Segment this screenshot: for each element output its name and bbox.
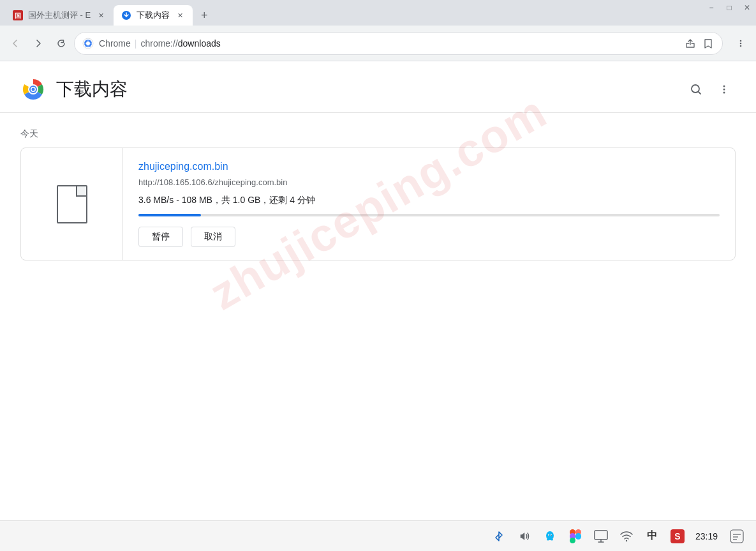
download-filename-link[interactable]: zhujiceping.com.bin: [138, 161, 720, 172]
new-tab-button[interactable]: +: [195, 6, 213, 24]
svg-point-32: [626, 540, 627, 541]
tab1-favicon: 国: [13, 10, 23, 20]
bookmark-button[interactable]: [702, 37, 715, 50]
title-bar: 国 国外主机测评 - E ✕ 下载内容 ✕ + − □ ✕: [0, 0, 756, 26]
page-header: 下载内容: [0, 61, 756, 113]
download-status: 3.6 MB/s - 108 MB，共 1.0 GB，还剩 4 分钟: [138, 195, 720, 206]
svg-point-19: [547, 538, 549, 540]
tab2-close-btn[interactable]: ✕: [175, 10, 185, 20]
svg-point-21: [547, 532, 553, 539]
download-actions: 暂停 取消: [138, 227, 720, 247]
svg-point-8: [740, 45, 742, 47]
forward-button[interactable]: [28, 33, 48, 54]
svg-point-16: [723, 89, 725, 91]
download-url: http://108.165.106.6/zhujiceping.com.bin: [138, 177, 720, 187]
svg-point-17: [723, 92, 725, 94]
sogou-icon[interactable]: S: [670, 529, 685, 544]
notification-center-button[interactable]: [728, 527, 746, 545]
page-title-area: 下载内容: [20, 77, 128, 102]
app-name: Chrome: [99, 38, 131, 49]
svg-point-24: [549, 534, 549, 535]
svg-point-20: [551, 538, 553, 540]
chinese-input-icon[interactable]: 中: [644, 529, 660, 544]
tab1-title: 国外主机测评 - E: [28, 10, 91, 21]
chrome-logo-icon: [20, 77, 46, 102]
progress-bar-fill: [138, 214, 201, 216]
pause-button[interactable]: 暂停: [138, 227, 183, 247]
svg-rect-35: [730, 530, 743, 543]
address-text: Chrome|chrome://downloads: [99, 38, 679, 49]
site-security-icon: [82, 38, 94, 49]
volume-icon[interactable]: [517, 529, 532, 544]
close-button[interactable]: ✕: [743, 4, 751, 11]
section-today-label: 今天: [20, 128, 736, 140]
page-title: 下载内容: [56, 77, 128, 102]
tab1-close-btn[interactable]: ✕: [96, 10, 106, 20]
system-clock: 23:19: [695, 531, 718, 541]
download-item-card: zhujiceping.com.bin http://108.165.106.6…: [20, 147, 736, 260]
minimize-button[interactable]: −: [708, 4, 715, 11]
cancel-button[interactable]: 取消: [191, 227, 235, 247]
tab2-title: 下载内容: [137, 10, 170, 21]
taskbar: 中 S 23:19: [0, 520, 756, 551]
svg-point-15: [723, 86, 725, 87]
svg-point-13: [32, 88, 35, 91]
svg-text:S: S: [674, 531, 680, 541]
address-bar[interactable]: Chrome|chrome://downloads: [74, 32, 723, 55]
svg-rect-31: [595, 531, 607, 540]
tab-inactive[interactable]: 国 国外主机测评 - E ✕: [5, 5, 114, 26]
svg-rect-29: [575, 533, 581, 540]
file-icon: [57, 185, 87, 223]
display-icon[interactable]: [593, 529, 609, 544]
figma-icon[interactable]: [568, 529, 583, 544]
chrome-menu-button[interactable]: [730, 33, 751, 54]
wifi-icon[interactable]: [619, 529, 634, 544]
svg-text:国: 国: [15, 12, 21, 19]
download-details: zhujiceping.com.bin http://108.165.106.6…: [123, 148, 735, 260]
svg-point-7: [740, 42, 742, 44]
download-file-icon-area: [21, 148, 123, 260]
svg-point-6: [740, 40, 742, 42]
qq-icon[interactable]: [542, 529, 558, 544]
svg-point-14: [692, 85, 699, 93]
share-button[interactable]: [684, 37, 697, 50]
bluetooth-icon[interactable]: [491, 529, 507, 544]
main-content: 下载内容 zhujiceping.com 今天: [0, 61, 756, 520]
header-actions: [685, 78, 736, 101]
svg-point-25: [551, 534, 552, 535]
downloads-menu-button[interactable]: [713, 78, 736, 101]
url-protocol: chrome://: [140, 38, 177, 49]
downloads-body: 今天 zhujiceping.com.bin http://108.165.10…: [0, 113, 756, 276]
progress-bar-container: [138, 214, 720, 216]
tab-active[interactable]: 下载内容 ✕: [114, 5, 193, 26]
reload-button[interactable]: [51, 33, 71, 54]
tab2-favicon: [121, 10, 131, 20]
back-button[interactable]: [5, 33, 26, 54]
navigation-bar: Chrome|chrome://downloads: [0, 26, 756, 61]
url-path: downloads: [178, 38, 221, 49]
search-downloads-button[interactable]: [685, 78, 708, 101]
window-controls: − □ ✕: [708, 4, 751, 11]
svg-rect-30: [570, 538, 575, 543]
maximize-button[interactable]: □: [725, 4, 733, 11]
